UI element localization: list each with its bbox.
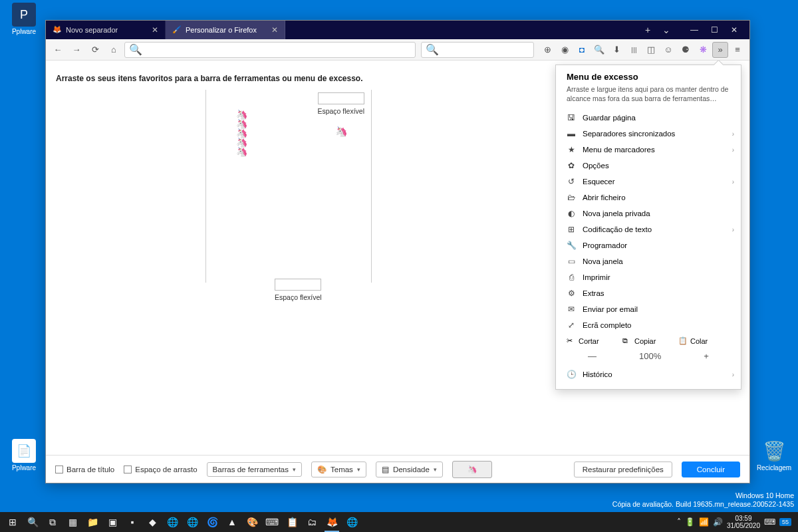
- chevron-right-icon: ›: [732, 130, 734, 138]
- ext-icon-4[interactable]: ⚈: [678, 42, 694, 58]
- tab-customize[interactable]: 🖌️ Personalizar o Firefox ✕: [166, 21, 285, 39]
- zoom-out-button[interactable]: —: [588, 351, 597, 361]
- url-bar[interactable]: 🔍: [124, 42, 416, 58]
- tab-new[interactable]: 🦊 Novo separador ✕: [46, 21, 166, 39]
- task-app-7[interactable]: 🗂: [302, 512, 322, 532]
- panel-item[interactable]: ▭Nova janela: [556, 253, 741, 269]
- panel-item[interactable]: 🗁Abrir ficheiro: [556, 190, 741, 205]
- tray-chevron-icon[interactable]: ˄: [677, 517, 681, 527]
- ext-icon-5[interactable]: ❋: [695, 42, 711, 58]
- toolbars-select[interactable]: Barras de ferramentas ▾: [207, 462, 302, 477]
- panel-item[interactable]: ✉Enviar por email: [556, 301, 741, 317]
- home-button[interactable]: ⌂: [106, 42, 122, 58]
- reload-button[interactable]: ⟳: [87, 42, 103, 58]
- desktop-icon-pplware[interactable]: P Pplware: [4, 3, 44, 35]
- library-icon[interactable]: ⫼: [626, 42, 642, 58]
- task-app-5[interactable]: 🎨: [242, 512, 262, 532]
- zoom-in-button[interactable]: +: [704, 351, 709, 361]
- task-app-3[interactable]: ◆: [142, 512, 162, 532]
- dragspace-checkbox[interactable]: Espaço de arrasto: [124, 466, 197, 473]
- flexible-space-slot[interactable]: [318, 92, 364, 104]
- density-select[interactable]: ▤ Densidade ▾: [376, 462, 443, 477]
- account-icon[interactable]: ☺: [660, 42, 676, 58]
- task-app-1[interactable]: ▦: [63, 512, 82, 532]
- tray-ime-icon[interactable]: ⌨: [764, 517, 775, 527]
- menu-button[interactable]: ≡: [730, 42, 745, 58]
- task-terminal[interactable]: ▪: [122, 512, 142, 532]
- back-button[interactable]: ←: [50, 42, 66, 58]
- dragging-item[interactable]: 🦄: [335, 126, 348, 138]
- sidebar-icon[interactable]: ◫: [643, 42, 659, 58]
- paste-button[interactable]: 📋Colar: [678, 336, 730, 345]
- tray-clock[interactable]: 03:59 31/05/2020: [727, 515, 760, 529]
- search-button[interactable]: 🔍: [23, 512, 43, 532]
- flexible-space-slot[interactable]: [275, 279, 321, 291]
- close-window-button[interactable]: ✕: [724, 25, 744, 35]
- select-label: Densidade: [393, 466, 430, 473]
- titlebar-checkbox[interactable]: Barra de título: [55, 466, 114, 473]
- start-button[interactable]: ⊞: [3, 512, 23, 532]
- minimize-button[interactable]: —: [684, 25, 704, 35]
- task-app-6[interactable]: 📋: [282, 512, 302, 532]
- private-icon: ◐: [567, 209, 576, 218]
- panel-item[interactable]: ⎙Imprimir: [556, 269, 741, 285]
- touch-mode-button[interactable]: 🦄: [452, 461, 492, 478]
- desktop-icon-pplware-2[interactable]: 📄 Pplware: [4, 439, 44, 471]
- item-label: Ecrã completo: [583, 321, 632, 329]
- maximize-button[interactable]: ☐: [704, 25, 724, 35]
- forward-button[interactable]: →: [68, 42, 84, 58]
- restore-defaults-button[interactable]: Restaurar predefinições: [574, 462, 672, 477]
- all-tabs-button[interactable]: ⌄: [660, 25, 672, 35]
- desktop-icon-recycle[interactable]: 🗑️ Reciclagem: [754, 439, 794, 471]
- task-chrome-2[interactable]: 🌐: [182, 512, 202, 532]
- task-edge[interactable]: 🌀: [202, 512, 222, 532]
- tray-network-icon[interactable]: 📶: [699, 517, 709, 527]
- draggable-items-stack[interactable]: 🦄🦄🦄🦄🦄: [236, 110, 247, 156]
- recycle-bin-icon: 🗑️: [762, 439, 786, 463]
- ext-icon-1[interactable]: ⊕: [539, 42, 555, 58]
- overflow-button[interactable]: »: [712, 42, 728, 58]
- ext-icon-2[interactable]: ◉: [557, 42, 573, 58]
- customize-content: Arraste os seus itens favoritos para a b…: [46, 61, 749, 455]
- panel-item[interactable]: ★Menu de marcadores›: [556, 142, 741, 158]
- system-tray: ˄ 🔋 📶 🔊 03:59 31/05/2020 ⌨ 55: [677, 515, 795, 529]
- search-icon: 🔍: [129, 43, 142, 56]
- downloads-icon[interactable]: ⬇: [608, 42, 624, 58]
- new-tab-button[interactable]: +: [642, 25, 654, 35]
- close-icon[interactable]: ✕: [152, 25, 158, 35]
- close-icon[interactable]: ✕: [271, 25, 278, 35]
- search-icon[interactable]: 🔍: [591, 42, 607, 58]
- toolbar-drop-area[interactable]: Espaço flexível 🦄🦄🦄🦄🦄 🦄: [205, 90, 372, 283]
- panel-item[interactable]: ◐Nova janela privada: [556, 205, 741, 221]
- slot-label: Espaço flexível: [317, 107, 364, 115]
- panel-item[interactable]: ⚙Extras: [556, 285, 741, 301]
- panel-item[interactable]: 🖫Guardar página: [556, 110, 741, 126]
- task-firefox[interactable]: 🦊: [322, 512, 342, 532]
- task-chrome-1[interactable]: 🌐: [162, 512, 182, 532]
- cut-button[interactable]: ✂Cortar: [567, 336, 618, 345]
- icon-label: Reciclagem: [754, 464, 794, 471]
- notification-badge[interactable]: 55: [779, 518, 791, 526]
- bookmarks-icon: ★: [567, 145, 576, 154]
- copy-button[interactable]: ⧉Copiar: [622, 336, 674, 345]
- select-label: Temas: [331, 466, 353, 473]
- panel-item[interactable]: 🔧Programador: [556, 237, 741, 253]
- panel-item[interactable]: ⊞Codificação de texto›: [556, 221, 741, 237]
- taskview-button[interactable]: ⧉: [43, 512, 63, 532]
- search-bar[interactable]: 🔍: [421, 42, 534, 58]
- task-app-2[interactable]: ▣: [102, 512, 122, 532]
- tray-volume-icon[interactable]: 🔊: [713, 517, 723, 527]
- themes-select[interactable]: 🎨 Temas ▾: [311, 462, 366, 477]
- done-button[interactable]: Concluir: [682, 462, 740, 477]
- tray-battery-icon[interactable]: 🔋: [685, 517, 695, 527]
- task-explorer[interactable]: 📁: [82, 512, 102, 532]
- panel-item[interactable]: ↺Esquecer›: [556, 174, 741, 190]
- panel-item[interactable]: ⤢Ecrã completo: [556, 317, 741, 333]
- task-chrome-3[interactable]: 🌐: [342, 512, 362, 532]
- panel-item-history[interactable]: 🕒 Histórico ›: [556, 366, 741, 382]
- panel-item[interactable]: ✿Opções: [556, 158, 741, 174]
- task-vscode[interactable]: ⌨: [262, 512, 282, 532]
- panel-item[interactable]: ▬Separadores sincronizados›: [556, 126, 741, 142]
- task-app-4[interactable]: ▲: [222, 512, 242, 532]
- ext-icon-3[interactable]: ◘: [574, 42, 590, 58]
